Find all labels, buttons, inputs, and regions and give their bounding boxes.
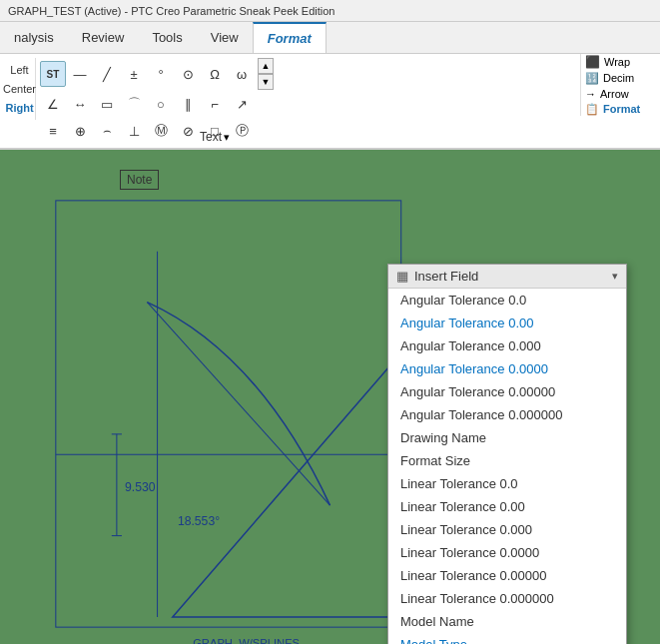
m-circle-icon-btn[interactable]: Ⓜ [148, 118, 174, 144]
dropdown-item-format-size[interactable]: Format Size [388, 449, 626, 472]
tab-format-label: Format [268, 31, 312, 46]
format-btn-label[interactable]: Format [603, 103, 640, 115]
toolbar-scroll-down[interactable]: ▼ [258, 74, 274, 90]
dropdown-item-ang-tol-0[interactable]: Angular Tolerance 0.0 [388, 289, 626, 312]
arrow-label[interactable]: Arrow [600, 88, 629, 100]
decimal-icon: 🔢 [585, 72, 599, 85]
ribbon-tabs: nalysis Review Tools View Format [0, 22, 660, 54]
dropdown-item-lin-tol-00000[interactable]: Linear Tolerance 0.00000 [388, 564, 626, 587]
line-icon-btn[interactable]: — [67, 61, 93, 87]
omega2-icon-btn[interactable]: ω [229, 61, 255, 87]
wrap-label[interactable]: Wrap [604, 56, 630, 68]
clock-icon-btn[interactable]: ⊙ [175, 61, 201, 87]
title-bar: GRAPH_TEST (Active) - PTC Creo Parametri… [0, 0, 660, 22]
dropdown-item-lin-tol-000000[interactable]: Linear Tolerance 0.000000 [388, 587, 626, 610]
dropdown-item-drawing-name[interactable]: Drawing Name [388, 426, 626, 449]
circle-icon-btn[interactable]: ○ [148, 91, 174, 117]
arrow-icon: → [585, 88, 596, 100]
toolbar-scroll-up[interactable]: ▲ [258, 58, 274, 74]
align-left-label[interactable]: Left [10, 64, 28, 76]
dropdown-item-lin-tol-000[interactable]: Linear Tolerance 0.000 [388, 518, 626, 541]
plusminus-icon-btn[interactable]: ± [121, 61, 147, 87]
align-right-label[interactable]: Right [5, 102, 33, 114]
slash-circle-icon-btn[interactable]: ⊘ [175, 118, 201, 144]
right-toolbar-section: ⬛ Wrap 🔢 Decim → Arrow 📋 Format [580, 54, 660, 116]
align-center-label[interactable]: Center [3, 83, 36, 95]
tab-analysis[interactable]: nalysis [0, 22, 68, 53]
p-circle-icon-btn[interactable]: Ⓟ [229, 118, 255, 144]
perp-icon-btn[interactable]: ⊥ [121, 118, 147, 144]
title-text: GRAPH_TEST (Active) - PTC Creo Parametri… [8, 5, 334, 17]
text-section-arrow[interactable]: ▾ [224, 131, 230, 144]
arrows-lr-icon-btn[interactable]: ↔ [67, 91, 93, 117]
tab-format[interactable]: Format [253, 22, 327, 53]
dropdown-item-ang-tol-000000[interactable]: Angular Tolerance 0.000000 [388, 403, 626, 426]
dropdown-header-chevron: ▾ [612, 270, 618, 283]
omega-icon-btn[interactable]: Ω [202, 61, 228, 87]
tab-review[interactable]: Review [68, 22, 139, 53]
insert-field-dropdown: ▦ Insert Field ▾ Angular Tolerance 0.0An… [387, 264, 627, 644]
tab-view-label: View [211, 30, 239, 45]
tab-review-label: Review [82, 30, 125, 45]
st-icon-btn[interactable]: ST [40, 61, 66, 87]
text-section-label: Text [200, 130, 222, 144]
dropdown-item-lin-tol-0000[interactable]: Linear Tolerance 0.0000 [388, 541, 626, 564]
dropdown-item-model-name[interactable]: Model Name [388, 610, 626, 633]
dropdown-item-ang-tol-000[interactable]: Angular Tolerance 0.000 [388, 334, 626, 357]
semicircle-icon-btn[interactable]: ⌢ [94, 118, 120, 144]
dropdown-header[interactable]: ▦ Insert Field ▾ [388, 265, 626, 289]
dropdown-item-ang-tol-00000[interactable]: Angular Tolerance 0.00000 [388, 380, 626, 403]
dropdown-item-ang-tol-0000[interactable]: Angular Tolerance 0.0000 [388, 357, 626, 380]
dropdown-item-lin-tol-0[interactable]: Linear Tolerance 0.0 [388, 472, 626, 495]
cross-icon-btn[interactable]: ⊕ [67, 118, 93, 144]
wrap-icon: ⬛ [585, 55, 600, 69]
insert-field-label: Insert Field [414, 269, 606, 284]
threeline-icon-btn[interactable]: ≡ [40, 118, 66, 144]
dropdown-item-ang-tol-00[interactable]: Angular Tolerance 0.00 [388, 312, 626, 334]
dropdown-item-model-type[interactable]: Model Type [388, 633, 626, 644]
toolbar: Left Center Right ST — ╱ ± ° ⊙ Ω ω ▲ ▼ ∠… [0, 54, 660, 150]
degree-icon-btn[interactable]: ° [148, 61, 174, 87]
decimal-label[interactable]: Decim [603, 72, 634, 84]
dropdown-item-lin-tol-00[interactable]: Linear Tolerance 0.00 [388, 495, 626, 518]
canvas-area[interactable]: Note 9.530 18.553° GRAPH_W/SPL [0, 150, 660, 644]
format-icon: 📋 [585, 103, 599, 116]
arc-icon-btn[interactable]: ⌒ [121, 91, 147, 117]
dblline-icon-btn[interactable]: ∥ [175, 91, 201, 117]
tab-tools-label: Tools [152, 30, 182, 45]
angle-icon-btn[interactable]: ∠ [40, 91, 66, 117]
svg-text:9.530: 9.530 [125, 480, 156, 494]
tab-analysis-label: nalysis [14, 30, 54, 45]
svg-text:GRAPH_W/SPLINES: GRAPH_W/SPLINES [193, 637, 300, 644]
dropdown-items-list: Angular Tolerance 0.0Angular Tolerance 0… [388, 289, 626, 644]
tab-tools[interactable]: Tools [138, 22, 196, 53]
tab-view[interactable]: View [197, 22, 253, 53]
main-content: Note 9.530 18.553° GRAPH_W/SPL [0, 150, 660, 644]
cursor-icon-btn[interactable]: ↗ [229, 91, 255, 117]
bracket-icon-btn[interactable]: ⌐ [202, 91, 228, 117]
insert-field-icon: ▦ [396, 269, 408, 284]
rect-icon-btn[interactable]: ▭ [94, 91, 120, 117]
svg-text:18.553°: 18.553° [178, 514, 220, 528]
diagonal-icon-btn[interactable]: ╱ [94, 61, 120, 87]
